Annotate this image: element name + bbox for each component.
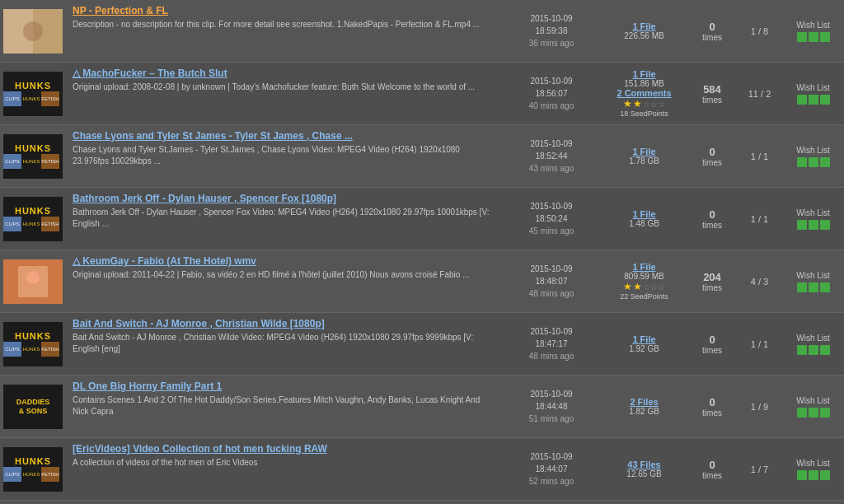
item-time: 18:47:17 bbox=[536, 338, 568, 350]
green-icon-2[interactable] bbox=[809, 282, 818, 292]
wishlist-label: Wish List bbox=[796, 146, 830, 155]
thumbnail-col bbox=[0, 250, 66, 312]
green-icon-3[interactable] bbox=[820, 220, 830, 230]
seed-points: 18 SeedPoints bbox=[620, 110, 668, 118]
green-icon-2[interactable] bbox=[809, 32, 818, 42]
green-icon-2[interactable] bbox=[809, 470, 818, 480]
page-fraction: 1 / 1 bbox=[751, 339, 768, 349]
seed-points: 22 SeedPoints bbox=[620, 292, 668, 301]
times-label: times bbox=[702, 221, 722, 230]
file-col: 1 File 1.48 GB bbox=[601, 188, 687, 250]
green-icon-1[interactable] bbox=[797, 95, 807, 105]
file-count-link[interactable]: 1 File bbox=[632, 69, 655, 79]
info-col: [EricVideos] Video Collection of hot men… bbox=[66, 438, 502, 500]
item-title[interactable]: NP - Perfection & FL bbox=[73, 5, 495, 16]
thumbnail-col: HUNKS CLIPS HUNKS FETISH bbox=[0, 188, 66, 250]
green-icon-1[interactable] bbox=[797, 408, 807, 418]
page-fraction: 1 / 8 bbox=[751, 26, 768, 36]
times-col: 0 times bbox=[687, 438, 737, 500]
green-icon-2[interactable] bbox=[809, 157, 818, 167]
wishlist-label: Wish List bbox=[796, 208, 830, 217]
thumbnail-col: HUNKS CLIPS HUNKS FETISH bbox=[0, 438, 66, 500]
wishlist-col: Wish List bbox=[782, 125, 844, 187]
item-ago: 43 mins ago bbox=[529, 162, 574, 175]
green-icon-1[interactable] bbox=[797, 345, 807, 355]
green-icon-2[interactable] bbox=[809, 95, 818, 105]
item-title[interactable]: [EricVideos] Video Collection of hot men… bbox=[73, 443, 495, 455]
page-fraction: 11 / 2 bbox=[748, 89, 771, 99]
item-time: 18:56:07 bbox=[536, 87, 568, 100]
wishlist-label: Wish List bbox=[796, 459, 830, 468]
file-col: 1 File 226.56 MB bbox=[601, 0, 687, 62]
wishlist-col: Wish List bbox=[782, 438, 844, 500]
green-icon-1[interactable] bbox=[797, 282, 807, 292]
times-count: 0 bbox=[709, 334, 715, 346]
thumbnail: DADDIES & SONS bbox=[3, 385, 63, 429]
green-icons bbox=[797, 345, 830, 355]
wishlist-label: Wish List bbox=[796, 21, 830, 30]
file-count-link[interactable]: 1 File bbox=[632, 209, 655, 219]
green-icons bbox=[797, 32, 830, 42]
list-item: DADDIES & SONS DL One Big Horny Family P… bbox=[0, 376, 844, 438]
times-count: 0 bbox=[709, 21, 715, 33]
green-icon-2[interactable] bbox=[809, 408, 818, 418]
file-size: 809.59 MB bbox=[624, 272, 663, 281]
item-title[interactable]: △ MachoFucker – The Butch Slut bbox=[73, 68, 495, 79]
item-time: 18:44:48 bbox=[536, 400, 568, 413]
green-icon-1[interactable] bbox=[797, 157, 807, 167]
green-icon-3[interactable] bbox=[820, 32, 830, 42]
list-item: △ KeumGay - Fabio (At The Hotel) wmv Ori… bbox=[0, 250, 844, 313]
times-count: 0 bbox=[709, 396, 715, 408]
wishlist-col: Wish List bbox=[782, 376, 844, 437]
comments-link[interactable]: 2 Comments bbox=[617, 88, 671, 98]
green-icon-3[interactable] bbox=[820, 95, 830, 105]
info-col: Chase Lyons and Tyler St James - Tyler S… bbox=[66, 125, 502, 187]
thumbnail-col: DADDIES & SONS bbox=[0, 376, 66, 437]
green-icons bbox=[797, 408, 830, 418]
item-title[interactable]: △ KeumGay - Fabio (At The Hotel) wmv bbox=[73, 255, 495, 267]
times-count: 0 bbox=[709, 459, 715, 471]
item-title[interactable]: DL One Big Horny Family Part 1 bbox=[73, 380, 495, 392]
green-icon-3[interactable] bbox=[820, 345, 830, 355]
green-icon-2[interactable] bbox=[809, 220, 818, 230]
file-size: 151.86 MB bbox=[624, 79, 663, 88]
times-count: 204 bbox=[703, 271, 721, 283]
green-icon-1[interactable] bbox=[797, 220, 807, 230]
file-count-link[interactable]: 1 File bbox=[632, 334, 655, 344]
item-time: 18:59:38 bbox=[536, 25, 568, 37]
times-col: 0 times bbox=[687, 313, 737, 375]
green-icon-3[interactable] bbox=[820, 408, 830, 418]
file-count-link[interactable]: 1 File bbox=[632, 262, 655, 272]
date-col: 2015-10-09 18:44:07 52 mins ago bbox=[502, 438, 601, 500]
pagination-col: 1 / 1 bbox=[737, 188, 782, 250]
file-count-link[interactable]: 43 Files bbox=[627, 460, 660, 469]
item-time: 18:52:44 bbox=[536, 150, 568, 162]
thumbnail: HUNKS CLIPS HUNKS FETISH bbox=[3, 322, 63, 366]
green-icon-3[interactable] bbox=[820, 282, 830, 292]
green-icon-1[interactable] bbox=[797, 470, 807, 480]
wishlist-col: Wish List bbox=[782, 250, 844, 312]
star-rating: ★★☆☆☆ bbox=[623, 98, 665, 110]
pagination-col: 11 / 2 bbox=[737, 63, 782, 124]
item-title[interactable]: Bathroom Jerk Off - Dylan Hauser , Spenc… bbox=[73, 193, 495, 204]
file-count-link[interactable]: 1 File bbox=[632, 147, 655, 156]
date-col: 2015-10-09 18:59:38 36 mins ago bbox=[502, 0, 601, 62]
item-date: 2015-10-09 bbox=[530, 200, 572, 212]
green-icon-1[interactable] bbox=[797, 32, 807, 42]
wishlist-col: Wish List bbox=[782, 313, 844, 375]
green-icons bbox=[797, 95, 830, 105]
torrent-list: NP - Perfection & FL Description - no de… bbox=[0, 0, 844, 501]
times-count: 584 bbox=[703, 83, 721, 96]
times-count: 0 bbox=[709, 146, 715, 158]
green-icon-3[interactable] bbox=[820, 470, 830, 480]
file-count-link[interactable]: 2 Files bbox=[630, 397, 658, 407]
green-icon-2[interactable] bbox=[809, 345, 818, 355]
item-title[interactable]: Chase Lyons and Tyler St James - Tyler S… bbox=[73, 130, 495, 142]
item-title[interactable]: Bait And Switch - AJ Monroe , Christian … bbox=[73, 318, 495, 329]
item-description: Description - no description for this cl… bbox=[73, 19, 495, 30]
item-description: A collection of videos of the hot men of… bbox=[73, 457, 495, 469]
file-size: 12.65 GB bbox=[626, 469, 661, 478]
green-icon-3[interactable] bbox=[820, 157, 830, 167]
pagination-col: 1 / 7 bbox=[737, 438, 782, 500]
file-count-link[interactable]: 1 File bbox=[632, 21, 655, 31]
